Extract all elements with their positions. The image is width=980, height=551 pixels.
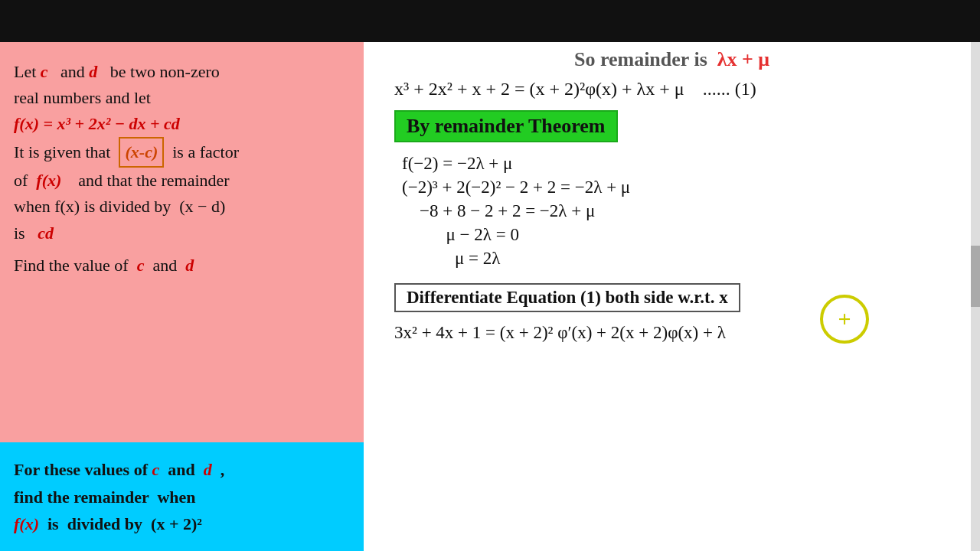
by-remainder-label: By remainder Theorem [394, 110, 618, 142]
fx-ref: f(x) [36, 171, 61, 190]
bottom-d: d [204, 460, 212, 479]
left-line-4: It is given that (x-c) is a factor [14, 137, 350, 168]
find-d: d [185, 256, 194, 275]
plus-icon: + [838, 306, 851, 332]
plus-circle[interactable]: + [820, 295, 869, 344]
function-def: f(x) = x³ + 2x² − dx + cd [14, 114, 180, 133]
step-4: μ − 2λ = 0 [394, 225, 957, 245]
differentiate-box-wrapper: Differentiate Equation (1) both side w.r… [387, 272, 957, 318]
bottom-line-3: f(x) is divided by (x + 2)² [14, 510, 350, 537]
step-2: (−2)³ + 2(−2)² − 2 + 2 = −2λ + μ [394, 178, 957, 197]
left-line-6: when f(x) is divided by (x − d) [14, 194, 350, 220]
left-line-1: Let c and d be two non-zero [14, 59, 350, 85]
bottom-line-1: For these values of c and d , [14, 456, 350, 483]
var-c: c [41, 62, 48, 81]
equation-1: x³ + 2x² + x + 2 = (x + 2)²φ(x) + λx + μ… [387, 79, 957, 99]
step-3: −8 + 8 − 2 + 2 = −2λ + μ [394, 201, 957, 221]
top-partial-text: So remainder is λx + μ [387, 42, 957, 74]
bottom-fx: f(x) [14, 514, 39, 533]
left-panel: Let c and d be two non-zero real numbers… [0, 42, 364, 551]
by-remainder-box: By remainder Theorem [387, 104, 957, 150]
step-5: μ = 2λ [394, 249, 957, 269]
bottom-line-2: find the remainder when [14, 484, 350, 510]
diff-equation: 3x² + 4x + 1 = (x + 2)² φ′(x) + 2(x + 2)… [387, 323, 957, 343]
left-bottom-section: For these values of c and d , find the r… [0, 442, 364, 551]
left-line-2: real numbers and let [14, 85, 350, 111]
differentiate-label: Differentiate Equation (1) both side w.r… [394, 283, 740, 312]
steps-section: f(−2) = −2λ + μ (−2)³ + 2(−2)² − 2 + 2 =… [387, 154, 957, 269]
step-1: f(−2) = −2λ + μ [394, 154, 957, 174]
remainder-cd: cd [38, 223, 54, 243]
left-top-section: Let c and d be two non-zero real numbers… [0, 42, 364, 442]
main-content: Let c and d be two non-zero real numbers… [0, 42, 980, 551]
left-line-7: is cd [14, 220, 350, 246]
factor-highlight: (x-c) [119, 137, 164, 168]
top-bar [0, 0, 980, 42]
left-line-5: of f(x) and that the remainder [14, 168, 350, 194]
lambda-mu: λx + μ [717, 48, 769, 70]
scrollbar[interactable] [971, 42, 980, 551]
find-c: c [137, 256, 145, 275]
left-line-8: Find the value of c and d [14, 253, 350, 279]
bottom-c: c [152, 460, 159, 479]
right-panel: So remainder is λx + μ x³ + 2x² + x + 2 … [364, 42, 980, 551]
scrollbar-thumb[interactable] [971, 246, 980, 307]
var-d: d [89, 62, 97, 81]
left-line-3: f(x) = x³ + 2x² − dx + cd [14, 111, 350, 137]
